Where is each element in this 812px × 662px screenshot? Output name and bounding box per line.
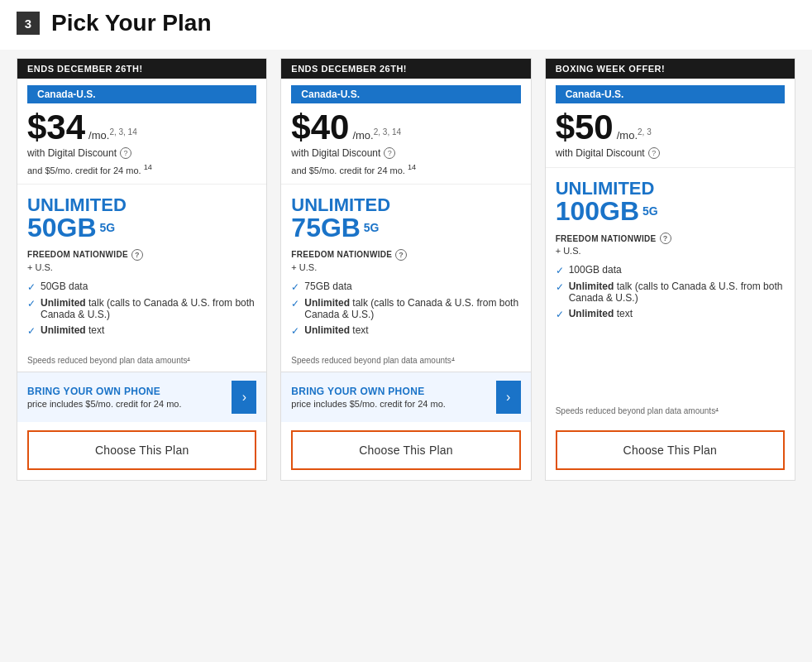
region-badge: Canada-U.S. [556, 85, 785, 103]
promo-banner: ENDS DECEMBER 26TH! [17, 59, 266, 79]
data-amount: 75GB [291, 213, 361, 242]
speeds-note-bottom: Speeds reduced beyond plan data amounts⁴ [546, 406, 795, 422]
price-row: $40 /mo.2, 3, 14 [291, 110, 520, 145]
byop-arrow-button[interactable]: › [232, 381, 256, 414]
choose-plan-button[interactable]: Choose This Plan [291, 430, 520, 470]
plus-us: + U.S. [27, 262, 256, 272]
check-icon: ✓ [27, 281, 36, 293]
region-badge: Canada-U.S. [27, 85, 256, 103]
page-title: Pick Your Plan [51, 10, 211, 36]
promo-banner: BOXING WEEK OFFER! [546, 59, 795, 79]
network-label: FREEDOM NATIONWIDE ? [27, 249, 256, 261]
data-amount: 50GB [27, 213, 97, 242]
byop-title: BRING YOUR OWN PHONE [291, 386, 495, 397]
price-footnote: 2, 3, 14 [374, 127, 401, 137]
price-per-mo: /mo.2, 3, 14 [88, 127, 137, 142]
network-help-icon[interactable]: ? [395, 249, 407, 261]
unlimited-label: UNLIMITED [291, 196, 520, 214]
price-per-mo: /mo.2, 3 [617, 127, 652, 142]
check-icon: ✓ [291, 281, 299, 293]
check-icon: ✓ [291, 325, 299, 337]
data-amount: 100GB [556, 196, 639, 226]
feature-item: ✓ Unlimited talk (calls to Canada & U.S.… [556, 281, 785, 304]
byop-text: BRING YOUR OWN PHONE price includes $5/m… [291, 386, 495, 409]
features-list: ✓ 75GB data ✓ Unlimited talk (calls to C… [291, 281, 520, 337]
price-section: $40 /mo.2, 3, 14 with Digital Discount ?… [281, 103, 530, 185]
byop-text: BRING YOUR OWN PHONE price includes $5/m… [27, 386, 232, 409]
feature-item: ✓ 50GB data [27, 281, 256, 293]
price-row: $34 /mo.2, 3, 14 [27, 110, 256, 145]
network-label: FREEDOM NATIONWIDE ? [556, 233, 785, 244]
price-amount: $40 [291, 110, 349, 145]
network-help-icon[interactable]: ? [660, 233, 671, 244]
speeds-note: Speeds reduced beyond plan data amounts⁴ [17, 356, 266, 372]
price-amount: $50 [556, 110, 614, 145]
credit-note: and $5/mo. credit for 24 mo. 14 [27, 163, 256, 175]
plan-card-plan-100gb: BOXING WEEK OFFER! Canada-U.S. $50 /mo.2… [545, 58, 795, 481]
price-amount: $34 [27, 110, 85, 145]
data-section: UNLIMITED 100GB 5G FREEDOM NATIONWIDE ? … [546, 168, 795, 398]
network-label: FREEDOM NATIONWIDE ? [291, 249, 520, 261]
data-amount-row: 75GB 5G [291, 214, 520, 241]
speeds-note: Speeds reduced beyond plan data amounts⁴ [281, 356, 530, 372]
check-icon: ✓ [291, 298, 299, 309]
plans-container: ENDS DECEMBER 26TH! Canada-U.S. $34 /mo.… [0, 50, 812, 489]
plus-us: + U.S. [556, 246, 785, 256]
unlimited-label: UNLIMITED [556, 180, 785, 198]
byop-title: BRING YOUR OWN PHONE [27, 386, 232, 397]
page-header: 3 Pick Your Plan [0, 0, 812, 50]
feature-text: 100GB data [569, 264, 622, 276]
feature-item: ✓ 75GB data [291, 281, 520, 293]
digital-discount: with Digital Discount ? [27, 147, 256, 159]
unlimited-label: UNLIMITED [27, 196, 256, 214]
price-per-mo: /mo.2, 3, 14 [352, 127, 401, 142]
features-list: ✓ 100GB data ✓ Unlimited talk (calls to … [556, 264, 785, 320]
help-icon[interactable]: ? [384, 147, 395, 159]
price-section: $34 /mo.2, 3, 14 with Digital Discount ?… [17, 103, 266, 185]
check-icon: ✓ [27, 298, 36, 309]
choose-plan-button[interactable]: Choose This Plan [556, 430, 785, 470]
data-section: UNLIMITED 50GB 5G FREEDOM NATIONWIDE ? +… [17, 185, 266, 348]
feature-text: 50GB data [41, 281, 88, 292]
digital-discount: with Digital Discount ? [556, 147, 785, 159]
check-icon: ✓ [556, 309, 564, 320]
feature-item: ✓ Unlimited talk (calls to Canada & U.S.… [27, 297, 256, 320]
data-gen: 5G [639, 204, 658, 218]
region-badge: Canada-U.S. [291, 85, 520, 103]
step-badge: 3 [17, 12, 40, 35]
price-footnote: 2, 3 [638, 127, 652, 137]
feature-text: Unlimited talk (calls to Canada & U.S. f… [569, 281, 785, 304]
byop-arrow-button[interactable]: › [496, 381, 521, 414]
credit-note: and $5/mo. credit for 24 mo. 14 [291, 163, 520, 175]
choose-plan-button[interactable]: Choose This Plan [27, 430, 256, 470]
check-icon: ✓ [556, 265, 564, 276]
features-list: ✓ 50GB data ✓ Unlimited talk (calls to C… [27, 281, 256, 337]
price-section: $50 /mo.2, 3 with Digital Discount ? [546, 103, 795, 168]
byop-desc: price includes $5/mo. credit for 24 mo. [291, 399, 495, 409]
plus-us: + U.S. [291, 262, 520, 272]
feature-item: ✓ Unlimited talk (calls to Canada & U.S.… [291, 297, 520, 320]
feature-item: ✓ Unlimited text [556, 308, 785, 320]
check-icon: ✓ [27, 325, 36, 337]
feature-item: ✓ Unlimited text [27, 324, 256, 337]
help-icon[interactable]: ? [648, 147, 660, 159]
feature-text: Unlimited text [569, 308, 633, 319]
price-row: $50 /mo.2, 3 [556, 110, 785, 145]
help-icon[interactable]: ? [120, 147, 131, 159]
data-amount-row: 100GB 5G [556, 198, 785, 224]
byop-section[interactable]: BRING YOUR OWN PHONE price includes $5/m… [17, 372, 266, 422]
check-icon: ✓ [556, 281, 564, 293]
data-gen: 5G [361, 220, 380, 233]
feature-item: ✓ Unlimited text [291, 324, 520, 337]
plan-card-plan-50gb: ENDS DECEMBER 26TH! Canada-U.S. $34 /mo.… [17, 58, 267, 481]
feature-text: Unlimited text [41, 324, 104, 336]
data-section: UNLIMITED 75GB 5G FREEDOM NATIONWIDE ? +… [281, 185, 530, 348]
digital-discount: with Digital Discount ? [291, 147, 520, 159]
promo-banner: ENDS DECEMBER 26TH! [281, 59, 530, 79]
feature-text: 75GB data [304, 281, 351, 292]
byop-section[interactable]: BRING YOUR OWN PHONE price includes $5/m… [281, 372, 530, 422]
data-amount-row: 50GB 5G [27, 214, 256, 241]
feature-text: Unlimited talk (calls to Canada & U.S. f… [304, 297, 520, 320]
network-help-icon[interactable]: ? [131, 249, 143, 261]
data-gen: 5G [97, 220, 116, 233]
